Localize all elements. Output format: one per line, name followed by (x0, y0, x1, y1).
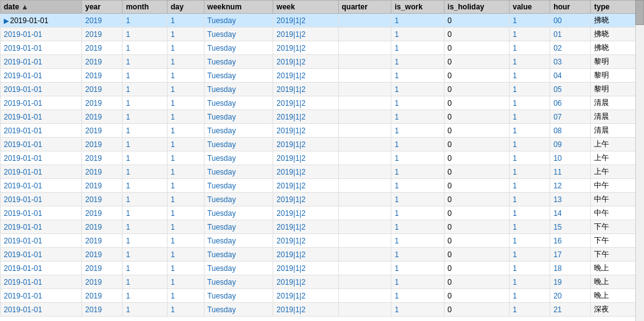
cell-is_work: 1 (391, 69, 445, 83)
cell-week: 2019|1|2 (273, 124, 338, 138)
header-day[interactable]: day (168, 1, 204, 14)
cell-quarter (338, 179, 391, 193)
header-value[interactable]: value (510, 1, 550, 14)
cell-week: 2019|1|2 (273, 151, 338, 165)
table-row[interactable]: 2019-01-01201911Tuesday2019|1|210113中午 (1, 193, 644, 206)
table-row[interactable]: 2019-01-01201911Tuesday2019|1|210112中午 (1, 179, 644, 193)
header-is_work[interactable]: is_work (391, 1, 445, 14)
table-row[interactable]: 2019-01-01201911Tuesday2019|1|210120晚上 (1, 289, 644, 303)
cell-quarter (338, 83, 391, 96)
table-row[interactable]: 2019-01-01201911Tuesday2019|1|210121深夜 (1, 303, 644, 317)
scrollbar-thumb[interactable] (635, 0, 644, 25)
cell-is_work: 1 (391, 83, 445, 96)
cell-week: 2019|1|2 (273, 110, 338, 124)
table-row[interactable]: 2019-01-01201911Tuesday2019|1|210104黎明 (1, 69, 644, 83)
cell-month: 1 (123, 303, 168, 317)
cell-is_holiday: 0 (444, 248, 509, 262)
table-row[interactable]: 2019-01-01201911Tuesday2019|1|210117下午 (1, 248, 644, 262)
cell-weeknum: Tuesday (204, 303, 273, 317)
table-row[interactable]: 2019-01-01201911Tuesday2019|1|210111上午 (1, 165, 644, 179)
cell-is_work: 1 (391, 193, 445, 206)
cell-weeknum: Tuesday (204, 124, 273, 138)
cell-quarter (338, 69, 391, 83)
cell-is_holiday: 0 (444, 303, 509, 317)
table-row[interactable]: 2019-01-01201911Tuesday2019|1|210108清晨 (1, 124, 644, 138)
table-row[interactable]: 2019-01-01201911Tuesday2019|1|210114中午 (1, 206, 644, 220)
table-row[interactable]: ▶ 2019-01-01201911Tuesday2019|1|210100拂晓 (1, 14, 644, 28)
cell-day: 1 (168, 220, 204, 234)
cell-is_holiday: 0 (444, 138, 509, 151)
cell-day: 1 (168, 138, 204, 151)
table-row[interactable]: 2019-01-01201911Tuesday2019|1|210106清晨 (1, 96, 644, 110)
table-row[interactable]: 2019-01-01201911Tuesday2019|1|210116下午 (1, 234, 644, 248)
cell-year: 2019 (82, 165, 123, 179)
cell-value: 1 (510, 69, 550, 83)
cell-hour: 03 (550, 55, 591, 69)
cell-is_work: 1 (391, 179, 445, 193)
table-header: date ▲yearmonthdayweeknumweekquarteris_w… (1, 1, 644, 14)
table-row[interactable]: 2019-01-01201911Tuesday2019|1|210110上午 (1, 151, 644, 165)
cell-day: 1 (168, 69, 204, 83)
cell-hour: 15 (550, 220, 591, 234)
cell-year: 2019 (82, 55, 123, 69)
table-row[interactable]: 2019-01-01201911Tuesday2019|1|210115下午 (1, 220, 644, 234)
cell-value: 1 (510, 165, 550, 179)
cell-week: 2019|1|2 (273, 96, 338, 110)
cell-quarter (338, 220, 391, 234)
table-body: ▶ 2019-01-01201911Tuesday2019|1|210100拂晓… (1, 14, 644, 317)
header-week[interactable]: week (273, 1, 338, 14)
cell-hour: 14 (550, 206, 591, 220)
cell-hour: 09 (550, 138, 591, 151)
table-row[interactable]: 2019-01-01201911Tuesday2019|1|210118晚上 (1, 262, 644, 275)
cell-weeknum: Tuesday (204, 28, 273, 41)
cell-day: 1 (168, 14, 204, 28)
header-year[interactable]: year (82, 1, 123, 14)
table-row[interactable]: 2019-01-01201911Tuesday2019|1|210101拂晓 (1, 28, 644, 41)
cell-is_holiday: 0 (444, 14, 509, 28)
table-row[interactable]: 2019-01-01201911Tuesday2019|1|210107清晨 (1, 110, 644, 124)
cell-quarter (338, 262, 391, 275)
cell-hour: 04 (550, 69, 591, 83)
cell-weeknum: Tuesday (204, 165, 273, 179)
table-row[interactable]: 2019-01-01201911Tuesday2019|1|210109上午 (1, 138, 644, 151)
cell-day: 1 (168, 41, 204, 55)
cell-value: 1 (510, 193, 550, 206)
table-row[interactable]: 2019-01-01201911Tuesday2019|1|210105黎明 (1, 83, 644, 96)
cell-quarter (338, 165, 391, 179)
cell-week: 2019|1|2 (273, 193, 338, 206)
header-is_holiday[interactable]: is_holiday (444, 1, 509, 14)
cell-week: 2019|1|2 (273, 303, 338, 317)
cell-month: 1 (123, 14, 168, 28)
cell-week: 2019|1|2 (273, 55, 338, 69)
cell-value: 1 (510, 124, 550, 138)
cell-hour: 05 (550, 83, 591, 96)
cell-quarter (338, 14, 391, 28)
cell-date: 2019-01-01 (1, 124, 82, 138)
cell-month: 1 (123, 96, 168, 110)
table-row[interactable]: 2019-01-01201911Tuesday2019|1|210102拂晓 (1, 41, 644, 55)
table-row[interactable]: 2019-01-01201911Tuesday2019|1|210119晚上 (1, 275, 644, 289)
cell-date: 2019-01-01 (1, 69, 82, 83)
cell-hour: 07 (550, 110, 591, 124)
cell-year: 2019 (82, 110, 123, 124)
cell-is_holiday: 0 (444, 262, 509, 275)
table-row[interactable]: 2019-01-01201911Tuesday2019|1|210103黎明 (1, 55, 644, 69)
header-month[interactable]: month (123, 1, 168, 14)
cell-value: 1 (510, 206, 550, 220)
cell-date: 2019-01-01 (1, 206, 82, 220)
cell-month: 1 (123, 275, 168, 289)
cell-value: 1 (510, 303, 550, 317)
cell-day: 1 (168, 110, 204, 124)
header-hour[interactable]: hour (550, 1, 591, 14)
cell-year: 2019 (82, 179, 123, 193)
cell-is_holiday: 0 (444, 124, 509, 138)
vertical-scrollbar[interactable] (635, 0, 644, 321)
cell-quarter (338, 138, 391, 151)
cell-month: 1 (123, 124, 168, 138)
header-date[interactable]: date ▲ (1, 1, 82, 14)
header-weeknum[interactable]: weeknum (204, 1, 273, 14)
cell-is_work: 1 (391, 303, 445, 317)
header-quarter[interactable]: quarter (338, 1, 391, 14)
cell-week: 2019|1|2 (273, 220, 338, 234)
cell-value: 1 (510, 28, 550, 41)
